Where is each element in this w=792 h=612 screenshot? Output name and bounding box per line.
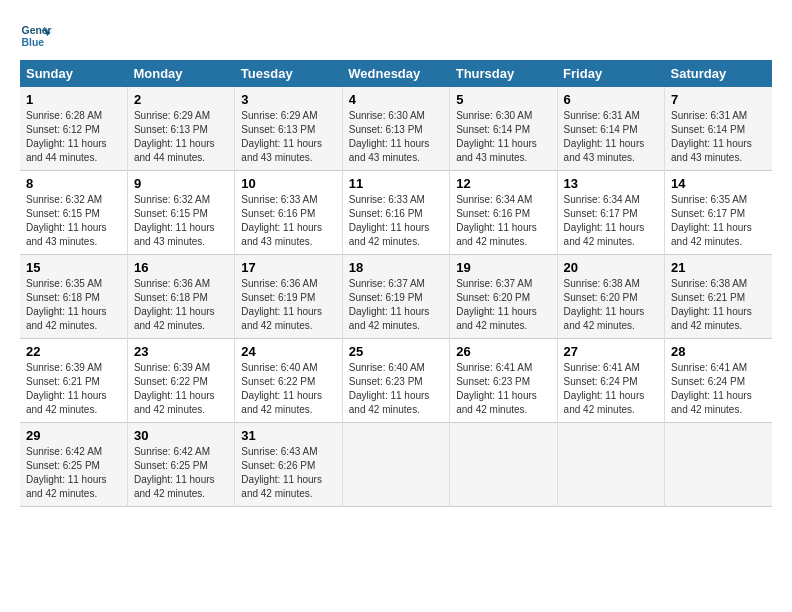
day-info: Sunrise: 6:31 AMSunset: 6:14 PMDaylight:…	[671, 110, 752, 163]
day-info: Sunrise: 6:41 AMSunset: 6:24 PMDaylight:…	[671, 362, 752, 415]
day-number: 6	[564, 92, 658, 107]
day-cell: 23 Sunrise: 6:39 AMSunset: 6:22 PMDaylig…	[127, 339, 234, 423]
day-number: 27	[564, 344, 658, 359]
logo-icon: General Blue	[20, 20, 52, 52]
day-cell: 30 Sunrise: 6:42 AMSunset: 6:25 PMDaylig…	[127, 423, 234, 507]
day-info: Sunrise: 6:40 AMSunset: 6:23 PMDaylight:…	[349, 362, 430, 415]
day-info: Sunrise: 6:38 AMSunset: 6:21 PMDaylight:…	[671, 278, 752, 331]
header-day-thursday: Thursday	[450, 60, 557, 87]
week-row-4: 22 Sunrise: 6:39 AMSunset: 6:21 PMDaylig…	[20, 339, 772, 423]
day-number: 11	[349, 176, 443, 191]
day-number: 14	[671, 176, 766, 191]
day-number: 8	[26, 176, 121, 191]
week-row-1: 1 Sunrise: 6:28 AMSunset: 6:12 PMDayligh…	[20, 87, 772, 171]
header: General Blue	[20, 20, 772, 52]
day-number: 10	[241, 176, 335, 191]
day-cell: 16 Sunrise: 6:36 AMSunset: 6:18 PMDaylig…	[127, 255, 234, 339]
header-day-wednesday: Wednesday	[342, 60, 449, 87]
day-info: Sunrise: 6:31 AMSunset: 6:14 PMDaylight:…	[564, 110, 645, 163]
day-info: Sunrise: 6:34 AMSunset: 6:17 PMDaylight:…	[564, 194, 645, 247]
day-info: Sunrise: 6:34 AMSunset: 6:16 PMDaylight:…	[456, 194, 537, 247]
day-cell: 31 Sunrise: 6:43 AMSunset: 6:26 PMDaylig…	[235, 423, 342, 507]
header-day-sunday: Sunday	[20, 60, 127, 87]
day-number: 2	[134, 92, 228, 107]
day-info: Sunrise: 6:32 AMSunset: 6:15 PMDaylight:…	[134, 194, 215, 247]
day-cell: 12 Sunrise: 6:34 AMSunset: 6:16 PMDaylig…	[450, 171, 557, 255]
day-cell: 3 Sunrise: 6:29 AMSunset: 6:13 PMDayligh…	[235, 87, 342, 171]
week-row-2: 8 Sunrise: 6:32 AMSunset: 6:15 PMDayligh…	[20, 171, 772, 255]
day-number: 15	[26, 260, 121, 275]
day-number: 23	[134, 344, 228, 359]
day-number: 3	[241, 92, 335, 107]
day-cell: 27 Sunrise: 6:41 AMSunset: 6:24 PMDaylig…	[557, 339, 664, 423]
day-number: 1	[26, 92, 121, 107]
day-info: Sunrise: 6:36 AMSunset: 6:19 PMDaylight:…	[241, 278, 322, 331]
day-cell: 14 Sunrise: 6:35 AMSunset: 6:17 PMDaylig…	[665, 171, 772, 255]
day-number: 17	[241, 260, 335, 275]
header-row: SundayMondayTuesdayWednesdayThursdayFrid…	[20, 60, 772, 87]
day-cell: 18 Sunrise: 6:37 AMSunset: 6:19 PMDaylig…	[342, 255, 449, 339]
day-info: Sunrise: 6:39 AMSunset: 6:21 PMDaylight:…	[26, 362, 107, 415]
day-cell: 26 Sunrise: 6:41 AMSunset: 6:23 PMDaylig…	[450, 339, 557, 423]
day-cell	[557, 423, 664, 507]
day-number: 29	[26, 428, 121, 443]
day-number: 31	[241, 428, 335, 443]
day-cell: 5 Sunrise: 6:30 AMSunset: 6:14 PMDayligh…	[450, 87, 557, 171]
day-info: Sunrise: 6:42 AMSunset: 6:25 PMDaylight:…	[134, 446, 215, 499]
day-cell: 19 Sunrise: 6:37 AMSunset: 6:20 PMDaylig…	[450, 255, 557, 339]
day-cell: 11 Sunrise: 6:33 AMSunset: 6:16 PMDaylig…	[342, 171, 449, 255]
header-day-monday: Monday	[127, 60, 234, 87]
day-cell: 28 Sunrise: 6:41 AMSunset: 6:24 PMDaylig…	[665, 339, 772, 423]
day-info: Sunrise: 6:40 AMSunset: 6:22 PMDaylight:…	[241, 362, 322, 415]
day-cell: 10 Sunrise: 6:33 AMSunset: 6:16 PMDaylig…	[235, 171, 342, 255]
day-info: Sunrise: 6:35 AMSunset: 6:17 PMDaylight:…	[671, 194, 752, 247]
week-row-5: 29 Sunrise: 6:42 AMSunset: 6:25 PMDaylig…	[20, 423, 772, 507]
day-cell	[342, 423, 449, 507]
day-cell: 22 Sunrise: 6:39 AMSunset: 6:21 PMDaylig…	[20, 339, 127, 423]
day-number: 7	[671, 92, 766, 107]
day-number: 20	[564, 260, 658, 275]
day-info: Sunrise: 6:30 AMSunset: 6:14 PMDaylight:…	[456, 110, 537, 163]
day-info: Sunrise: 6:39 AMSunset: 6:22 PMDaylight:…	[134, 362, 215, 415]
day-cell: 2 Sunrise: 6:29 AMSunset: 6:13 PMDayligh…	[127, 87, 234, 171]
day-number: 22	[26, 344, 121, 359]
day-info: Sunrise: 6:32 AMSunset: 6:15 PMDaylight:…	[26, 194, 107, 247]
day-number: 4	[349, 92, 443, 107]
day-cell: 8 Sunrise: 6:32 AMSunset: 6:15 PMDayligh…	[20, 171, 127, 255]
header-day-friday: Friday	[557, 60, 664, 87]
day-info: Sunrise: 6:28 AMSunset: 6:12 PMDaylight:…	[26, 110, 107, 163]
day-cell: 21 Sunrise: 6:38 AMSunset: 6:21 PMDaylig…	[665, 255, 772, 339]
day-number: 19	[456, 260, 550, 275]
week-row-3: 15 Sunrise: 6:35 AMSunset: 6:18 PMDaylig…	[20, 255, 772, 339]
day-info: Sunrise: 6:29 AMSunset: 6:13 PMDaylight:…	[241, 110, 322, 163]
svg-text:Blue: Blue	[22, 37, 45, 48]
day-info: Sunrise: 6:37 AMSunset: 6:20 PMDaylight:…	[456, 278, 537, 331]
day-cell: 17 Sunrise: 6:36 AMSunset: 6:19 PMDaylig…	[235, 255, 342, 339]
day-cell: 15 Sunrise: 6:35 AMSunset: 6:18 PMDaylig…	[20, 255, 127, 339]
day-info: Sunrise: 6:33 AMSunset: 6:16 PMDaylight:…	[241, 194, 322, 247]
day-number: 30	[134, 428, 228, 443]
day-cell: 25 Sunrise: 6:40 AMSunset: 6:23 PMDaylig…	[342, 339, 449, 423]
day-info: Sunrise: 6:41 AMSunset: 6:23 PMDaylight:…	[456, 362, 537, 415]
day-number: 26	[456, 344, 550, 359]
day-cell: 9 Sunrise: 6:32 AMSunset: 6:15 PMDayligh…	[127, 171, 234, 255]
day-info: Sunrise: 6:38 AMSunset: 6:20 PMDaylight:…	[564, 278, 645, 331]
day-info: Sunrise: 6:30 AMSunset: 6:13 PMDaylight:…	[349, 110, 430, 163]
day-cell: 20 Sunrise: 6:38 AMSunset: 6:20 PMDaylig…	[557, 255, 664, 339]
day-number: 21	[671, 260, 766, 275]
day-number: 13	[564, 176, 658, 191]
day-cell: 6 Sunrise: 6:31 AMSunset: 6:14 PMDayligh…	[557, 87, 664, 171]
day-info: Sunrise: 6:42 AMSunset: 6:25 PMDaylight:…	[26, 446, 107, 499]
day-cell: 29 Sunrise: 6:42 AMSunset: 6:25 PMDaylig…	[20, 423, 127, 507]
day-number: 18	[349, 260, 443, 275]
calendar-table: SundayMondayTuesdayWednesdayThursdayFrid…	[20, 60, 772, 507]
logo: General Blue	[20, 20, 56, 52]
day-cell: 1 Sunrise: 6:28 AMSunset: 6:12 PMDayligh…	[20, 87, 127, 171]
day-info: Sunrise: 6:36 AMSunset: 6:18 PMDaylight:…	[134, 278, 215, 331]
day-number: 12	[456, 176, 550, 191]
day-cell: 24 Sunrise: 6:40 AMSunset: 6:22 PMDaylig…	[235, 339, 342, 423]
day-cell	[665, 423, 772, 507]
day-info: Sunrise: 6:37 AMSunset: 6:19 PMDaylight:…	[349, 278, 430, 331]
day-info: Sunrise: 6:29 AMSunset: 6:13 PMDaylight:…	[134, 110, 215, 163]
day-cell: 4 Sunrise: 6:30 AMSunset: 6:13 PMDayligh…	[342, 87, 449, 171]
